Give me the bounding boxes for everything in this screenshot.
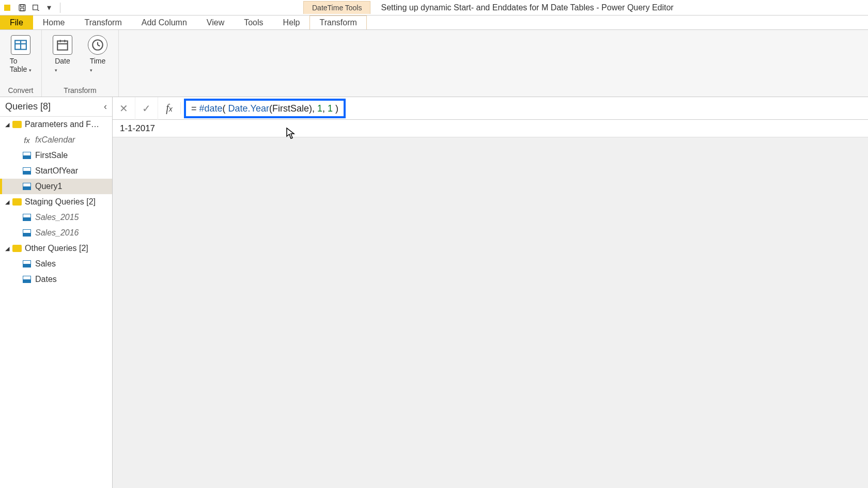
formula-bar: ✕ ✓ fx = #date( Date.Year(FirstSale), 1,…: [113, 97, 868, 120]
to-table-button[interactable]: ToTable ▾: [6, 33, 35, 73]
queries-header: Queries [8] ‹: [0, 97, 112, 117]
query-name: Sales_2016: [35, 228, 79, 238]
group-label: Staging Queries [2]: [25, 197, 96, 207]
tab-transform-context[interactable]: Transform: [309, 15, 366, 29]
query-dates[interactable]: Dates: [0, 272, 112, 287]
window-title: Setting up dynamic Start- and Enddates f…: [381, 3, 673, 12]
group-other[interactable]: ◢ Other Queries [2]: [0, 241, 112, 256]
check-icon: ✓: [142, 102, 151, 115]
query-name: fxCalendar: [35, 135, 75, 145]
formula-text: = #date( Date.Year(FirstSale), 1, 1 ): [191, 103, 338, 114]
to-table-label: ToTable ▾: [10, 57, 32, 73]
group-label-convert: Convert: [8, 86, 33, 96]
context-tool-tab: DateTime Tools: [303, 1, 370, 14]
queries-tree: ◢ Parameters and Fu... fx fxCalendar Fir…: [0, 117, 112, 287]
table-icon: [23, 214, 31, 221]
query-firstsale[interactable]: FirstSale: [0, 148, 112, 163]
time-label: Time: [90, 57, 106, 65]
ribbon-group-convert: ToTable ▾ Convert: [0, 30, 42, 97]
queries-pane: Queries [8] ‹ ◢ Parameters and Fu... fx …: [0, 97, 113, 488]
undo-icon[interactable]: [31, 3, 40, 12]
tab-view[interactable]: View: [197, 15, 234, 29]
query-name: StartOfYear: [35, 166, 78, 176]
folder-icon: [12, 245, 22, 252]
table-icon: [23, 276, 31, 283]
tab-add-column[interactable]: Add Column: [132, 15, 197, 29]
clock-icon: [88, 35, 107, 55]
calendar-icon: [53, 35, 72, 55]
date-label: Date: [55, 57, 70, 65]
group-label: Parameters and Fu...: [25, 120, 102, 129]
table-icon: [23, 152, 31, 159]
query-name: Dates: [35, 275, 57, 284]
chevron-down-icon: ◢: [5, 245, 9, 252]
svg-rect-1: [21, 5, 24, 7]
group-staging[interactable]: ◢ Staging Queries [2]: [0, 194, 112, 210]
save-icon[interactable]: [18, 3, 27, 12]
time-button[interactable]: Time▾: [83, 33, 112, 73]
query-name: FirstSale: [35, 151, 68, 160]
content-area: ✕ ✓ fx = #date( Date.Year(FirstSale), 1,…: [113, 97, 868, 488]
ribbon-body: ToTable ▾ Convert Date▾ Time▾ Transform: [0, 30, 868, 97]
main-area: Queries [8] ‹ ◢ Parameters and Fu... fx …: [0, 97, 868, 488]
app-icon: [4, 5, 10, 11]
group-parameters[interactable]: ◢ Parameters and Fu...: [0, 117, 112, 132]
separator: [60, 3, 60, 13]
query-query1[interactable]: Query1: [0, 179, 112, 194]
table-icon: [23, 229, 31, 237]
table-icon: [11, 35, 30, 55]
svg-line-13: [98, 45, 100, 46]
query-sales-2015[interactable]: Sales_2015: [0, 210, 112, 225]
group-label: Other Queries [2]: [25, 244, 88, 253]
svg-rect-2: [21, 8, 24, 10]
collapse-icon[interactable]: ‹: [104, 101, 107, 112]
close-icon: ✕: [119, 102, 128, 115]
table-icon: [23, 167, 31, 175]
query-name: Query1: [35, 182, 62, 191]
folder-icon: [12, 121, 22, 128]
query-startofyear[interactable]: StartOfYear: [0, 163, 112, 179]
fx-icon: fx: [23, 136, 31, 145]
query-sales[interactable]: Sales: [0, 256, 112, 272]
svg-rect-3: [33, 5, 38, 9]
formula-input[interactable]: = #date( Date.Year(FirstSale), 1, 1 ): [184, 99, 346, 118]
result-value: 1-1-2017: [113, 120, 868, 137]
title-bar: ▾ DateTime Tools Setting up dynamic Star…: [0, 0, 868, 15]
tab-file[interactable]: File: [0, 15, 33, 29]
table-icon: [23, 260, 31, 267]
queries-title: Queries [8]: [5, 101, 51, 112]
query-fxcalendar[interactable]: fx fxCalendar: [0, 132, 112, 148]
group-label-transform: Transform: [64, 86, 96, 96]
ribbon-group-transform: Date▾ Time▾ Transform: [42, 30, 119, 97]
query-sales-2016[interactable]: Sales_2016: [0, 225, 112, 241]
date-button[interactable]: Date▾: [48, 33, 77, 73]
mouse-cursor-icon: [286, 127, 296, 139]
qat-dropdown-icon[interactable]: ▾: [44, 3, 54, 12]
query-name: Sales_2015: [35, 213, 79, 222]
fx-icon: fx: [158, 102, 181, 114]
query-name: Sales: [35, 259, 56, 269]
accept-formula-button[interactable]: ✓: [135, 97, 158, 120]
chevron-down-icon: ◢: [5, 199, 9, 206]
tab-help[interactable]: Help: [273, 15, 310, 29]
tab-tools[interactable]: Tools: [234, 15, 273, 29]
ribbon-tabs: File Home Transform Add Column View Tool…: [0, 15, 868, 30]
tab-home[interactable]: Home: [33, 15, 75, 29]
cancel-formula-button[interactable]: ✕: [113, 97, 135, 120]
tab-transform[interactable]: Transform: [74, 15, 131, 29]
chevron-down-icon: ◢: [5, 121, 9, 128]
svg-rect-7: [57, 41, 68, 50]
folder-icon: [12, 198, 22, 206]
quick-access-toolbar: ▾: [14, 3, 66, 13]
table-icon: [23, 183, 31, 190]
